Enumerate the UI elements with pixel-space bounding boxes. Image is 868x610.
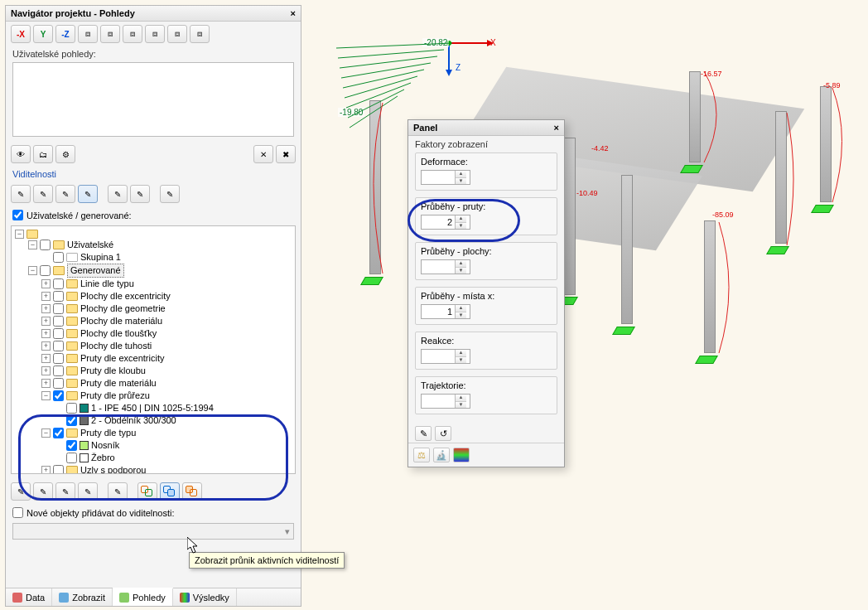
tree-label[interactable]: Pruty dle kloubu xyxy=(80,365,146,377)
spin-up-icon[interactable]: ▲ xyxy=(456,395,466,402)
tree-checkbox[interactable] xyxy=(53,465,64,474)
tree-label[interactable]: Plochy dle materiálu xyxy=(80,315,162,327)
bottom-tool-3[interactable]: ✎ xyxy=(55,482,75,501)
bottom-tool-complement[interactable] xyxy=(182,482,202,501)
userview-tool-delete[interactable]: ✕ xyxy=(253,145,273,163)
reakce-input[interactable] xyxy=(422,350,455,363)
expander-icon[interactable]: + xyxy=(41,341,51,351)
expander-icon[interactable]: − xyxy=(41,428,51,438)
deformace-spinner[interactable]: ▲▼ xyxy=(421,170,470,185)
tab-data[interactable]: Data xyxy=(6,588,52,606)
expander-icon[interactable]: − xyxy=(41,391,51,400)
expander-icon[interactable]: − xyxy=(15,230,24,239)
view-btn-4[interactable]: ⧈ xyxy=(78,25,98,43)
vis-tool-1[interactable]: ✎ xyxy=(11,185,31,203)
tree-label[interactable]: Uživatelské xyxy=(67,239,113,251)
spin-up-icon[interactable]: ▲ xyxy=(456,260,466,268)
tree-checkbox[interactable] xyxy=(66,440,77,451)
tree-label[interactable]: Plochy dle geometrie xyxy=(80,303,166,315)
tree-label[interactable]: Pruty dle materiálu xyxy=(80,377,157,390)
add-new-checkbox[interactable] xyxy=(12,507,23,518)
tree-label[interactable]: Pruty dle průřezu xyxy=(80,390,150,402)
userview-tool-3[interactable]: ⚙ xyxy=(55,145,75,163)
bottom-tool-union[interactable] xyxy=(137,482,157,501)
tree-label[interactable]: Pruty dle excentricity xyxy=(80,352,164,365)
panel-close-icon[interactable]: × xyxy=(554,123,559,133)
spin-up-icon[interactable]: ▲ xyxy=(456,350,466,357)
tree-label[interactable]: Skupina 1 xyxy=(80,251,121,264)
expander-icon[interactable]: + xyxy=(41,366,51,375)
vis-tool-5[interactable]: ✎ xyxy=(108,185,128,203)
tree-checkbox[interactable] xyxy=(53,278,64,289)
spin-down-icon[interactable]: ▼ xyxy=(456,223,466,230)
tree-checkbox[interactable] xyxy=(53,428,64,438)
tree-checkbox[interactable] xyxy=(66,453,77,463)
panel-bottom-2[interactable]: 🔬 xyxy=(433,448,450,462)
tree-checkbox[interactable] xyxy=(53,378,64,389)
tree-checkbox[interactable] xyxy=(53,390,64,401)
tree-label[interactable]: 2 - Obdélník 300/300 xyxy=(91,414,176,427)
panel-tool-reset[interactable]: ↺ xyxy=(435,426,451,441)
tree-label[interactable]: Plochy dle tuhosti xyxy=(80,340,152,352)
view-btn-8[interactable]: ⧈ xyxy=(167,25,187,43)
spin-up-icon[interactable]: ▲ xyxy=(456,171,466,178)
expander-icon[interactable]: + xyxy=(41,292,51,301)
view-btn-1[interactable]: -X xyxy=(11,25,31,43)
spin-down-icon[interactable]: ▼ xyxy=(456,312,466,319)
expander-icon[interactable]: + xyxy=(41,354,51,363)
expander-icon[interactable]: + xyxy=(41,466,51,474)
vis-tool-4[interactable]: ✎ xyxy=(78,185,98,203)
panel-bottom-1[interactable]: ⚖ xyxy=(413,448,430,462)
tree-label[interactable]: Linie dle typu xyxy=(80,278,134,290)
expander-icon[interactable]: + xyxy=(41,317,51,326)
bottom-tool-4[interactable]: ✎ xyxy=(78,482,98,501)
expander-icon[interactable]: − xyxy=(28,266,37,275)
trajektorie-spinner[interactable]: ▲▼ xyxy=(421,394,470,409)
tree-checkbox[interactable] xyxy=(53,328,64,339)
tree-checkbox[interactable] xyxy=(40,240,51,250)
tab-zobrazit[interactable]: Zobrazit xyxy=(52,588,113,606)
user-generated-checkbox[interactable] xyxy=(12,210,23,220)
tree-checkbox[interactable] xyxy=(53,341,64,351)
tree-checkbox[interactable] xyxy=(53,303,64,314)
viewport-3d[interactable]: X Z -20.82 -19.80 -16.57 -4.42 -10.49 -8… xyxy=(315,5,861,607)
visibility-tree[interactable]: − −Uživatelské Skupina 1 −Generované +Li… xyxy=(11,225,296,474)
navigator-close-icon[interactable]: × xyxy=(291,8,296,18)
tab-vysledky[interactable]: Výsledky xyxy=(173,588,237,606)
tree-checkbox[interactable] xyxy=(53,366,64,376)
tree-checkbox[interactable] xyxy=(40,265,51,276)
trajektorie-input[interactable] xyxy=(422,395,455,408)
tree-label[interactable]: Pruty dle typu xyxy=(80,427,136,439)
spin-down-icon[interactable]: ▼ xyxy=(456,357,466,364)
tree-label[interactable]: Žebro xyxy=(91,452,115,464)
tree-label[interactable]: Plochy dle excentricity xyxy=(80,290,171,303)
bottom-tool-5[interactable]: ✎ xyxy=(108,482,128,501)
deformace-input[interactable] xyxy=(422,171,455,184)
tree-checkbox[interactable] xyxy=(53,252,64,263)
reakce-spinner[interactable]: ▲▼ xyxy=(421,349,470,364)
expander-icon[interactable]: − xyxy=(28,240,37,249)
spin-down-icon[interactable]: ▼ xyxy=(456,178,466,185)
tree-label[interactable]: Uzly s podporou xyxy=(80,464,147,474)
userview-tool-2[interactable]: 🗂 xyxy=(33,145,53,163)
spin-down-icon[interactable]: ▼ xyxy=(456,268,466,274)
tree-label[interactable]: 1 - IPE 450 | DIN 1025-5:1994 xyxy=(91,402,214,414)
tree-checkbox[interactable] xyxy=(53,316,64,327)
prubehy-plochy-input[interactable] xyxy=(422,260,455,274)
spin-up-icon[interactable]: ▲ xyxy=(456,215,466,223)
prubehy-plochy-spinner[interactable]: ▲▼ xyxy=(421,259,470,274)
bottom-tool-1[interactable]: ✎ xyxy=(11,482,31,501)
vis-tool-2[interactable]: ✎ xyxy=(33,185,53,203)
bottom-tool-intersect[interactable] xyxy=(160,482,180,501)
user-views-list[interactable] xyxy=(12,62,294,137)
tree-checkbox[interactable] xyxy=(66,415,77,426)
view-btn-9[interactable]: ⧈ xyxy=(190,25,210,43)
panel-bottom-3[interactable] xyxy=(453,448,470,462)
userview-tool-deleteall[interactable]: ✖ xyxy=(276,145,296,163)
spin-up-icon[interactable]: ▲ xyxy=(456,305,466,312)
tree-label[interactable]: Generované xyxy=(67,264,124,278)
vis-tool-6[interactable]: ✎ xyxy=(130,185,150,203)
prubehy-pruty-spinner[interactable]: ▲▼ xyxy=(421,215,470,230)
view-btn-2[interactable]: Y xyxy=(33,25,53,43)
prubehy-mista-input[interactable] xyxy=(422,305,455,318)
